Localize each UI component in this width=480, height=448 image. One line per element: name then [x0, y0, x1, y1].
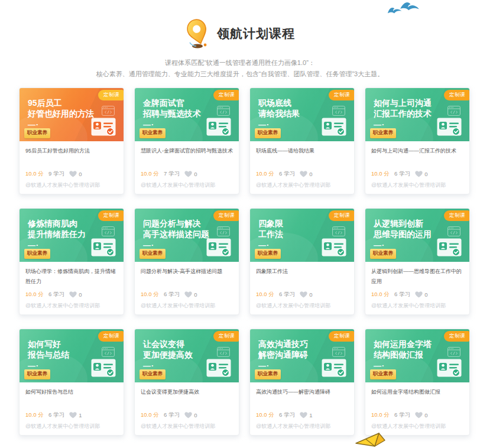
course-score: 10.0分 — [371, 411, 390, 419]
course-title-line1: 修炼情商肌肉 — [28, 218, 86, 229]
study-suffix: 学习 — [284, 291, 295, 297]
heart-icon — [184, 412, 192, 418]
course-card-cover: 定制课 四象限 工作法 —· — [250, 209, 354, 262]
course-stats: 10.0分 6学习 0 — [371, 290, 428, 298]
course-card[interactable]: 定制课 高效沟通技巧 解密沟通障碍 —· — [249, 329, 355, 436]
course-description: 慧眼识人-金牌面试官的招聘与甄选技术 — [141, 146, 235, 156]
id-card-icon — [437, 359, 462, 377]
id-card-icon — [91, 359, 116, 377]
like-count: 1 — [79, 412, 82, 418]
course-provider: @软通人才发展中心管理培训部 — [256, 423, 330, 430]
like-button[interactable]: 0 — [184, 171, 197, 177]
study-value: 6 — [48, 411, 51, 418]
browser-window-icon — [102, 347, 115, 357]
course-card-cover: 定制课 高效沟通技巧 解密沟通障碍 —· — [250, 329, 354, 382]
course-score: 10.0分 — [256, 170, 274, 178]
course-stats: 10.0分 6学习 1 — [25, 411, 82, 419]
course-card-cover: 定制课 修炼情商肌肉 提升情绪胜任力 —· — [20, 209, 124, 262]
category-tag: 职业素养 — [255, 369, 281, 379]
study-value: 6 — [394, 291, 397, 297]
like-button[interactable]: 0 — [300, 291, 312, 298]
score-suffix: 分 — [384, 411, 390, 418]
course-provider: @软通人才发展中心管理培训部 — [141, 302, 215, 310]
course-provider: @软通人才发展中心管理培训部 — [371, 181, 446, 189]
like-count: 0 — [309, 291, 312, 298]
browser-window-icon — [332, 106, 345, 116]
heart-icon — [69, 291, 77, 298]
course-title-line2: 招聘与甄选技术 — [143, 108, 201, 119]
like-button[interactable]: 1 — [300, 412, 312, 418]
like-button[interactable]: 0 — [415, 171, 427, 177]
like-button[interactable]: 0 — [184, 291, 197, 298]
course-card[interactable]: 定制课 95后员工 好管也好用的方法 —· — [19, 87, 124, 194]
like-button[interactable]: 0 — [69, 291, 82, 298]
course-card-cover: 定制课 如何运用金字塔 结构图做汇报 —· — [365, 329, 469, 382]
course-card[interactable]: 定制课 如何运用金字塔 结构图做汇报 —· — [365, 329, 470, 436]
course-title-line1: 从逻辑到创新 — [374, 218, 432, 229]
browser-window-icon — [332, 226, 345, 236]
course-card[interactable]: 定制课 如何写好 报告与总结 —· — [19, 329, 124, 436]
course-title-line1: 如何与上司沟通 — [374, 98, 432, 108]
course-card-cover: 定制课 如何与上司沟通 汇报工作的技术 —· — [365, 88, 469, 141]
course-title-line2: 解密沟通障碍 — [258, 349, 308, 360]
course-card[interactable]: 定制课 职场底线 请给我结果 —· — [249, 87, 355, 194]
course-card[interactable]: 定制课 修炼情商肌肉 提升情绪胜任力 —· — [19, 208, 124, 315]
score-suffix: 分 — [269, 411, 275, 418]
category-tag: 职业素养 — [370, 249, 396, 259]
course-score: 10.0分 — [25, 291, 44, 298]
like-button[interactable]: 0 — [300, 171, 312, 177]
page-header: 领航计划课程 — [0, 17, 480, 51]
course-card[interactable]: 定制课 让会议变得 更加便捷高效 —· — [134, 329, 239, 436]
like-button[interactable]: 0 — [415, 412, 427, 418]
study-value: 6 — [394, 411, 397, 418]
course-title-line2: 报告与总结 — [28, 349, 69, 360]
study-count: 6学习 — [394, 170, 410, 178]
id-card-icon — [322, 238, 346, 257]
study-suffix: 学习 — [53, 291, 64, 297]
title-divider: —· — [28, 241, 39, 249]
study-count: 6学习 — [394, 411, 410, 419]
course-description: 95后员工好管也好用的方法 — [25, 146, 119, 156]
like-button[interactable]: 0 — [184, 412, 197, 418]
study-suffix: 学习 — [284, 411, 295, 418]
heart-icon — [300, 291, 307, 298]
title-divider: —· — [28, 361, 39, 370]
like-button[interactable]: 0 — [69, 171, 82, 177]
course-card[interactable]: 定制课 如何与上司沟通 汇报工作的技术 —· — [365, 87, 470, 194]
like-button[interactable]: 1 — [69, 412, 82, 418]
study-count: 6学习 — [279, 291, 295, 298]
score-suffix: 分 — [269, 291, 275, 297]
category-tag: 职业素养 — [370, 128, 396, 138]
course-provider: @软通人才发展中心管理培训部 — [25, 423, 100, 430]
course-card[interactable]: 定制课 四象限 工作法 —· — [249, 208, 355, 315]
id-card-icon — [322, 118, 346, 136]
course-title-line1: 让会议变得 — [143, 339, 193, 349]
study-value: 7 — [164, 170, 167, 177]
like-count: 0 — [424, 412, 427, 418]
course-score: 10.0分 — [141, 170, 159, 178]
course-card[interactable]: 定制课 从逻辑到创新 思维导图的运用 —· — [365, 208, 470, 315]
score-value: 10.0 — [141, 170, 152, 177]
score-value: 10.0 — [25, 291, 37, 297]
heart-icon — [69, 171, 77, 177]
course-title-line2: 结构图做汇报 — [374, 349, 432, 360]
study-count: 6学习 — [394, 291, 410, 298]
course-title-line2: 高手这样描述问题 — [143, 229, 209, 239]
course-card[interactable]: 定制课 金牌面试官 招聘与甄选技术 —· — [134, 87, 239, 194]
category-tag: 职业素养 — [255, 249, 281, 259]
course-provider: @软通人才发展中心管理培训部 — [141, 181, 215, 189]
study-count: 6学习 — [279, 411, 295, 419]
id-card-icon — [206, 118, 231, 136]
heart-icon — [184, 171, 192, 177]
study-suffix: 学习 — [168, 411, 180, 418]
course-title-line2: 请给我结果 — [258, 108, 300, 119]
score-value: 10.0 — [25, 170, 37, 177]
like-button[interactable]: 0 — [415, 291, 427, 298]
study-count: 6学习 — [48, 411, 64, 419]
course-description: 让会议变得更加便捷高效 — [141, 387, 235, 397]
id-card-icon — [437, 238, 462, 257]
course-card-cover: 定制课 问题分析与解决 高手这样描述问题 —· — [135, 209, 239, 262]
title-divider: —· — [143, 120, 154, 129]
score-suffix: 分 — [38, 411, 44, 418]
course-card[interactable]: 定制课 问题分析与解决 高手这样描述问题 —· — [134, 208, 239, 315]
